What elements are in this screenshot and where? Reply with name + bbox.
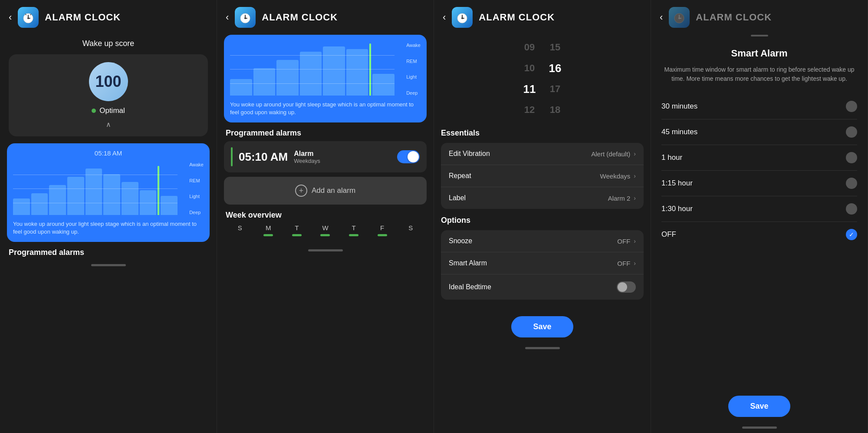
week-overview: Week overview S M T W T F [217,205,434,246]
alarm-toggle[interactable] [397,150,420,163]
radio-button-1-15hour[interactable] [846,178,857,189]
edit-vibration-row[interactable]: Edit Vibration Alert (default) › [441,143,644,165]
repeat-value: Weekdays › [600,172,636,180]
week-day-T2: T [349,224,358,236]
panel-1: ‹ ALARM CLOCK Wake up score 100 Optimal … [0,0,217,433]
repeat-val: Weekdays [600,172,631,180]
option-row-1-30hour[interactable]: 1:30 hour [661,196,857,222]
ideal-bedtime-toggle[interactable] [617,281,636,293]
sleep-labels-1: Awake REM Light Deep [189,160,204,217]
ideal-bedtime-label: Ideal Bedtime [449,283,491,291]
label-row[interactable]: Label Alarm 2 › [441,187,644,209]
smart-alarm-title: Smart Alarm [661,48,857,59]
panel-3: ‹ ALARM CLOCK 09 10 11 12 15 16 17 18 Es… [434,0,651,433]
bottom-bar-3 [525,347,560,349]
day-bar [292,234,302,236]
essentials-section: Essentials Edit Vibration Alert (default… [434,125,651,310]
repeat-label: Repeat [449,172,471,180]
app-icon-4 [669,7,690,28]
day-letter: S [238,224,242,231]
ideal-bedtime-row[interactable]: Ideal Bedtime [441,274,644,300]
edit-vibration-label: Edit Vibration [449,150,490,158]
snooze-row[interactable]: Snooze OFF › [441,230,644,252]
save-button-3[interactable]: Save [511,316,573,337]
essentials-title: Essentials [441,129,644,138]
smart-alarm-desc: Maximum time window for smart alarm to r… [661,65,857,83]
back-button-3[interactable]: ‹ [443,13,446,22]
radio-button-30min[interactable] [846,101,857,112]
edit-vibration-value: Alert (default) › [591,150,636,158]
back-button-1[interactable]: ‹ [9,13,12,22]
app-icon-1 [18,7,39,28]
alarm-days: Weekdays [294,158,391,164]
week-day-W: W [320,224,330,236]
week-day-S2: S [406,224,415,236]
sleep-desc-1: You woke up around your light sleep stag… [13,220,204,236]
app-title-2: ALARM CLOCK [262,12,338,23]
radio-button-off[interactable]: ✓ [846,229,857,240]
hour-item: 12 [524,102,535,118]
options-title: Options [441,216,644,225]
save-button-4[interactable]: Save [728,396,790,417]
week-day-T1: T [292,224,302,236]
chevron-up-icon[interactable]: ∧ [106,120,111,129]
header-1: ‹ ALARM CLOCK [0,0,217,35]
toggle-knob [408,151,419,162]
radio-button-1-30hour[interactable] [846,203,857,215]
option-label: 30 minutes [661,102,697,111]
radio-button-45min[interactable] [846,126,857,138]
svg-point-17 [678,17,680,19]
option-label: 1 hour [661,153,682,162]
option-row-1hour[interactable]: 1 hour [661,145,857,171]
week-day-M: M [263,224,273,236]
chevron-right-icon: › [634,195,636,202]
hour-item: 09 [524,39,535,56]
day-bar [263,234,273,236]
back-button-4[interactable]: ‹ [660,13,663,22]
smart-alarm-row[interactable]: Smart Alarm OFF › [441,252,644,274]
day-letter: T [352,224,355,231]
radio-button-1hour[interactable] [846,152,857,163]
add-icon: + [295,185,307,197]
chevron-right-icon: › [634,260,636,267]
week-overview-label: Week overview [226,211,425,224]
options-card: Snooze OFF › Smart Alarm OFF › Ideal Bed… [441,230,644,300]
drag-handle [751,35,768,36]
day-letter: W [322,224,328,231]
option-row-45min[interactable]: 45 minutes [661,119,857,145]
snooze-value: OFF › [617,238,636,245]
app-title-1: ALARM CLOCK [45,12,121,23]
smart-alarm-label: Smart Alarm [449,259,487,267]
bottom-bar-1 [91,264,126,266]
sleep-chart-card-2: Awake REM Light Deep You woke up around … [224,35,427,122]
add-alarm-button[interactable]: + Add an alarm [224,177,427,205]
back-button-2[interactable]: ‹ [226,13,229,22]
svg-point-9 [244,17,246,19]
option-row-1-15hour[interactable]: 1:15 hour [661,171,857,196]
programmed-alarms: 05:10 AM Alarm Weekdays + Add an alarm [217,141,434,205]
snooze-val: OFF [617,238,630,245]
wake-score-label: Wake up score [9,39,208,48]
app-title-4: ALARM CLOCK [696,12,772,23]
hour-item: 10 [524,60,535,76]
alarm-time: 05:10 AM [239,150,288,164]
repeat-row[interactable]: Repeat Weekdays › [441,165,644,187]
day-bar [235,234,245,236]
alarm-green-bar [231,147,233,166]
score-card: 100 Optimal ∧ [9,54,208,136]
minute-item: 15 [550,39,560,56]
sleep-chart-area-1: Awake REM Light Deep [13,160,204,217]
score-circle: 100 [89,62,128,101]
chevron-right-icon: › [634,150,636,157]
bottom-bar-2 [308,249,343,251]
hours-col: 09 10 11 12 [523,39,536,118]
week-day-F: F [378,224,387,236]
option-row-off[interactable]: OFF ✓ [661,222,857,247]
alarm-name: Alarm [294,150,391,158]
smart-alarm-content: Smart Alarm Maximum time window for smar… [651,41,868,390]
smart-alarm-value: OFF › [617,260,636,267]
minute-item: 18 [550,102,560,118]
week-days: S M T W T F S [226,224,425,236]
option-row-30min[interactable]: 30 minutes [661,94,857,119]
time-picker: 09 10 11 12 15 16 17 18 [434,35,651,125]
